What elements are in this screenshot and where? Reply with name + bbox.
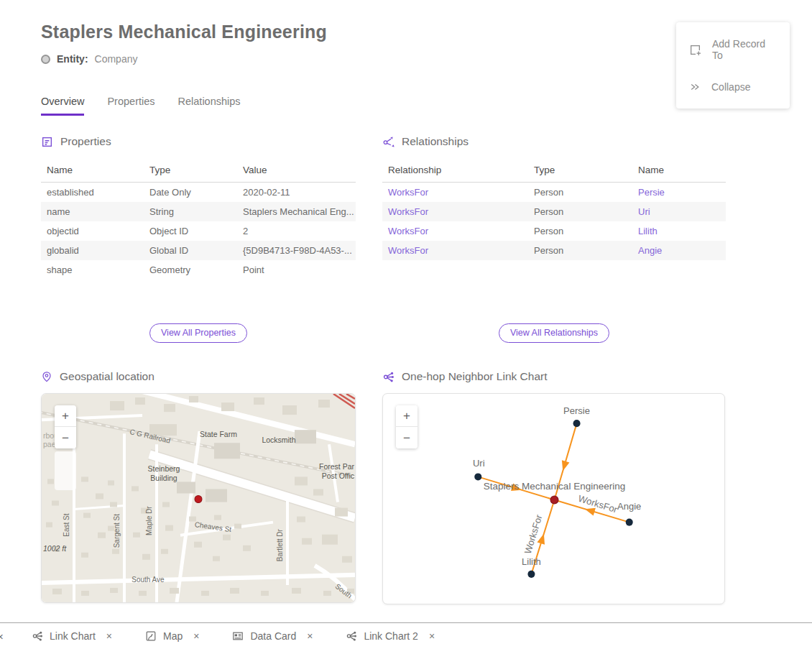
column-header: Value <box>237 160 356 183</box>
record-link[interactable]: Lilith <box>638 226 658 236</box>
view-all-properties-button[interactable]: View All Properties <box>149 323 247 343</box>
map-icon <box>145 630 157 642</box>
view-tabs: Link Chart×Map×Data Card×Link Chart 2× <box>32 630 435 642</box>
record-link[interactable]: Uri <box>638 206 650 217</box>
entity-node[interactable] <box>474 473 481 480</box>
record-link[interactable]: Angie <box>638 245 662 256</box>
table-cell: Person <box>528 202 632 221</box>
link-chart-title-text: One-hop Neighbor Link Chart <box>402 370 547 383</box>
entity-type-icon <box>41 55 50 64</box>
record-link[interactable]: Persie <box>638 187 665 198</box>
map-zoom-control: + − <box>55 405 76 448</box>
close-icon[interactable]: × <box>193 630 199 642</box>
table-row: objectidObject ID2 <box>41 221 356 241</box>
properties-column: Properties Name Type Value establishedDa… <box>41 135 356 604</box>
table-cell: Persie <box>632 183 726 203</box>
table-cell: name <box>41 202 144 221</box>
entity-node[interactable] <box>527 571 535 578</box>
map-label: 1002 ft <box>43 544 67 553</box>
entity-label: Entity: <box>57 53 88 65</box>
table-header-row: Relationship Type Name <box>382 160 726 183</box>
table-cell: WorksFor <box>382 202 528 221</box>
menu-item-label: Collapse <box>711 81 750 93</box>
map-card[interactable]: rbourpaedicsC G RailroadState FarmLocksm… <box>41 393 356 603</box>
bottom-tab-link-chart-2[interactable]: Link Chart 2× <box>346 630 435 642</box>
column-header: Relationship <box>382 160 528 183</box>
bottom-tab-label: Map <box>163 630 183 642</box>
close-icon[interactable]: × <box>0 630 7 643</box>
record-link[interactable]: WorksFor <box>388 245 428 256</box>
tab-overview[interactable]: Overview <box>41 96 84 116</box>
view-all-relationships-button[interactable]: View All Relationships <box>499 323 609 343</box>
bottom-tab-map[interactable]: Map× <box>145 630 199 642</box>
zoom-out-button[interactable]: − <box>396 427 417 448</box>
table-cell: Angie <box>632 241 726 260</box>
map-pin-icon <box>41 371 52 382</box>
close-icon[interactable]: × <box>106 630 112 642</box>
menu-item-collapse[interactable]: Collapse <box>676 71 790 103</box>
bottom-tab-label: Link Chart <box>50 630 96 642</box>
table-cell: 2020-02-11 <box>237 183 356 203</box>
record-link[interactable]: WorksFor <box>388 226 428 236</box>
tab-relationships[interactable]: Relationships <box>178 96 241 116</box>
properties-table: Name Type Value establishedDate Only2020… <box>41 160 356 280</box>
table-cell: Person <box>528 183 632 203</box>
table-cell: objectid <box>41 221 144 241</box>
table-row: establishedDate Only2020-02-11 <box>41 183 356 203</box>
table-cell: WorksFor <box>382 221 528 241</box>
link-chart-card[interactable]: WorksForWorksForPersieUriLilithAngieStap… <box>382 393 725 604</box>
node-label: Lilith <box>522 556 541 567</box>
add-record-icon <box>689 44 701 56</box>
view-tab-bar: × Link Chart×Map×Data Card×Link Chart 2× <box>0 622 812 649</box>
link-chart-icon <box>346 630 357 642</box>
center-node-label: Staplers Mechanical Engineering <box>484 481 625 492</box>
entity-data-card-page: Staplers Mechanical Engineering Entity: … <box>0 0 812 649</box>
bottom-tab-link-chart[interactable]: Link Chart× <box>32 630 112 642</box>
collapse-icon <box>689 81 701 93</box>
map-label: East St <box>63 513 70 537</box>
geospatial-section-title: Geospatial location <box>41 370 356 383</box>
map-location-marker[interactable] <box>195 495 202 502</box>
entity-node[interactable] <box>573 420 581 427</box>
table-cell: Geometry <box>144 260 237 280</box>
relationships-title-text: Relationships <box>402 135 469 148</box>
map-canvas[interactable]: rbourpaedicsC G RailroadState FarmLocksm… <box>42 394 355 602</box>
menu-item-add-record-to[interactable]: Add Record To <box>676 28 790 71</box>
table-cell: globalid <box>41 241 144 260</box>
link-chart-canvas[interactable]: WorksForWorksForPersieUriLilithAngieStap… <box>383 394 724 604</box>
zoom-in-button[interactable]: + <box>396 405 417 427</box>
table-cell: 2 <box>237 221 356 241</box>
bottom-tab-data-card[interactable]: Data Card× <box>232 630 313 642</box>
table-cell: WorksFor <box>382 183 528 203</box>
map-label: Building <box>150 474 177 482</box>
column-header: Type <box>528 160 632 183</box>
map-label: Post Offic <box>322 471 354 480</box>
table-row: nameStringStaplers Mechanical Eng... <box>41 202 356 221</box>
map-label: Locksmith <box>262 436 295 444</box>
table-row: WorksForPersonPersie <box>382 183 726 203</box>
table-cell: shape <box>41 260 144 280</box>
node-label: Persie <box>563 405 590 416</box>
entity-node[interactable] <box>626 519 633 526</box>
record-link[interactable]: WorksFor <box>388 206 428 217</box>
tab-properties[interactable]: Properties <box>107 96 154 116</box>
close-icon[interactable]: × <box>307 630 313 642</box>
link-chart-zoom-control: + − <box>396 405 417 448</box>
properties-section-title: Properties <box>41 135 356 148</box>
table-cell: Lilith <box>632 221 726 241</box>
map-label: Forest Par <box>319 462 354 471</box>
table-cell: Date Only <box>144 183 237 203</box>
column-header: Name <box>41 160 144 183</box>
center-entity-node[interactable] <box>550 496 558 504</box>
overview-content: Properties Name Type Value establishedDa… <box>41 135 812 604</box>
zoom-out-button[interactable]: − <box>55 427 76 448</box>
link-chart-icon <box>32 630 43 642</box>
zoom-in-button[interactable]: + <box>55 405 76 427</box>
map-label: South Ave <box>132 576 165 584</box>
table-row: WorksForPersonAngie <box>382 241 726 260</box>
table-row: WorksForPersonUri <box>382 202 726 221</box>
table-cell: Object ID <box>144 221 237 241</box>
record-link[interactable]: WorksFor <box>388 187 428 198</box>
relationships-column: Relationships Relationship Type Name Wor… <box>382 135 726 604</box>
close-icon[interactable]: × <box>429 630 435 642</box>
